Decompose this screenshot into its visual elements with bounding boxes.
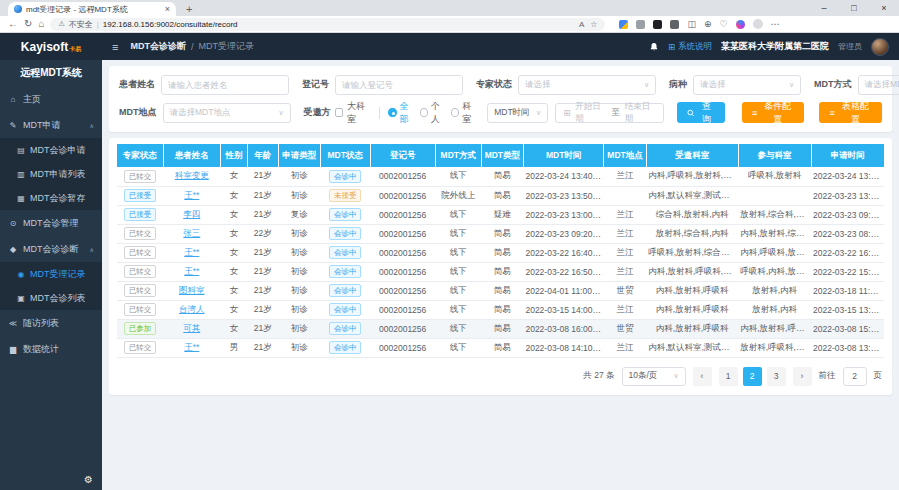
sidebar-item-mdt-consult-list[interactable]: ▣ MDT会诊列表 — [0, 286, 102, 310]
cell-age: 21岁 — [247, 262, 278, 281]
cell-expert-status: 已接受 — [117, 205, 163, 224]
goto-page-input[interactable] — [843, 367, 867, 386]
sidebar-item-stats[interactable]: ▆ 数据统计 — [0, 336, 102, 362]
cell-apply-time: 2022-03-23 08:49:53 — [811, 224, 884, 243]
sidebar-item-mdt-apply[interactable]: ✎ MDT申请 ∧ — [0, 112, 102, 138]
table-config-button[interactable]: ≡ 表格配置 — [819, 102, 882, 123]
patient-name-link[interactable]: 科室变更 — [175, 170, 209, 180]
restore-button[interactable]: □ — [839, 0, 869, 16]
radio-dept[interactable]: 科室 — [451, 100, 478, 126]
radio-personal[interactable]: 个人 — [420, 100, 447, 126]
page-button-3[interactable]: 3 — [767, 367, 786, 386]
mdt-mode-select[interactable]: 请选择MDT方式 ∨ — [858, 75, 899, 95]
patient-name-link[interactable]: 李四 — [183, 209, 200, 219]
cell-mdt-mode: 线下 — [435, 281, 481, 300]
security-label: 不安全 — [69, 19, 93, 30]
expert-status-tag: 已转交 — [124, 303, 157, 317]
cell-patient-name: 张三 — [163, 224, 221, 243]
mdt-location-select[interactable]: 请选择MDT地点 ∨ — [163, 103, 291, 123]
records-table: 专家状态患者姓名性别年龄申请类型MDT状态登记号MDT方式MDT类型MDT时间M… — [117, 144, 884, 358]
patient-name-input[interactable] — [161, 75, 289, 95]
sidebar-item-mdt-diagnose[interactable]: ◆ MDT会诊诊断 ∧ — [0, 236, 102, 262]
cell-gender: 女 — [221, 319, 248, 338]
minimize-button[interactable]: – — [809, 0, 839, 16]
disease-select[interactable]: 请选择 ∨ — [693, 75, 801, 95]
patient-name-link[interactable]: 王** — [184, 266, 199, 276]
search-button[interactable]: 查询 — [677, 102, 725, 123]
next-page-button[interactable]: › — [793, 367, 812, 386]
patient-name-link[interactable]: 张三 — [183, 228, 200, 238]
expert-status-select[interactable]: 请选择 ∨ — [518, 75, 656, 95]
patient-name-link[interactable]: 图科室 — [179, 285, 205, 295]
extension-icon-1[interactable] — [619, 20, 628, 29]
user-avatar[interactable] — [871, 38, 889, 56]
back-icon[interactable]: ← — [8, 19, 18, 29]
sidebar-collapse-icon[interactable]: ≡ — [112, 41, 118, 53]
sidebar-item-mdt-consult-apply[interactable]: ▤ MDT会诊申请 — [0, 138, 102, 162]
menu-icon[interactable]: ⋯ — [771, 19, 780, 29]
condition-config-button[interactable]: ≡ 条件配置 — [742, 102, 805, 123]
cell-mdt-status: 会诊中 — [320, 281, 370, 300]
column-header: 受邀科室 — [646, 144, 738, 167]
read-aloud-icon[interactable]: A — [579, 20, 584, 29]
cell-mdt-time: 2022-03-22 16:50:00 — [523, 262, 604, 281]
new-tab-button[interactable]: + — [186, 2, 192, 16]
cell-invited-depts: 内科,放射科,呼吸科 — [646, 300, 738, 319]
cell-mdt-time: 2022-03-22 16:40:00 — [523, 243, 604, 262]
refresh-icon[interactable]: ↻ — [24, 19, 32, 29]
cell-gender: 女 — [221, 262, 248, 281]
cell-invited-depts: 综合科,放射科,内科 — [646, 205, 738, 224]
sidebar-item-home[interactable]: ⌂ 主页 — [0, 86, 102, 112]
prev-page-button[interactable]: ‹ — [693, 367, 712, 386]
cell-mdt-mode: 线下 — [435, 262, 481, 281]
table-row: 已接受 李四 女 21岁 复诊 会诊中 0002001256 线下 疑难 202… — [117, 205, 884, 224]
system-help-link[interactable]: ⊞ 系统说明 — [668, 41, 712, 53]
browser-essentials-icon[interactable]: ♡ — [720, 19, 728, 29]
address-bar[interactable]: ⚠ 不安全 | 192.168.0.156:9002/consultate/re… — [50, 18, 605, 31]
extension-icon-3[interactable] — [653, 20, 662, 29]
sidebar-item-mdt-manage[interactable]: ⊙ MDT会诊管理 — [0, 210, 102, 236]
date-range-picker[interactable]: ⊞ 开始日期 至 结束日期 — [555, 103, 664, 123]
extension-icon-2[interactable] — [636, 20, 645, 29]
cell-patient-name: 可其 — [163, 319, 221, 338]
close-button[interactable]: × — [869, 0, 899, 16]
extension-icon-4[interactable] — [670, 20, 679, 29]
column-header: MDT状态 — [320, 144, 370, 167]
sliders-icon: ≡ — [752, 108, 757, 118]
tab-close-icon[interactable]: × — [165, 4, 170, 14]
patient-name-link[interactable]: 王** — [184, 342, 199, 352]
favorite-star-icon[interactable]: ☆ — [590, 20, 597, 29]
goto-label: 前往 — [819, 370, 836, 382]
register-no-input[interactable] — [335, 75, 463, 95]
submenu: ▤ MDT会诊申请 ▥ MDT申请列表 ▦ MDT会诊暂存 — [0, 138, 102, 210]
mdt-status-tag: 会诊中 — [329, 265, 362, 279]
time-type-select[interactable]: MDT时间 ∨ — [487, 103, 548, 123]
cell-mdt-time: 2022-03-08 16:00:00 — [523, 319, 604, 338]
patient-name-link[interactable]: 王** — [184, 247, 199, 257]
cell-age: 21岁 — [247, 205, 278, 224]
home-icon[interactable]: ⌂ — [38, 19, 44, 29]
profile-avatar-icon[interactable] — [753, 19, 763, 29]
split-screen-icon[interactable]: ◫ — [687, 19, 696, 29]
copilot-icon[interactable] — [736, 20, 745, 29]
big-dept-checkbox[interactable] — [335, 108, 343, 117]
page-size-select[interactable]: 10条/页 ∨ — [622, 367, 686, 386]
sidebar-item-followup[interactable]: ≪ 随访列表 — [0, 310, 102, 336]
page-button-2[interactable]: 2 — [743, 367, 762, 386]
page-button-1[interactable]: 1 — [719, 367, 738, 386]
gear-icon[interactable]: ⚙ — [84, 474, 93, 485]
collections-icon[interactable]: ⊕ — [704, 19, 712, 29]
patient-name-link[interactable]: 王** — [184, 190, 199, 200]
sidebar-item-mdt-consult-draft[interactable]: ▦ MDT会诊暂存 — [0, 186, 102, 210]
expert-status-tag: 已接受 — [124, 189, 157, 203]
bell-icon[interactable] — [649, 42, 659, 52]
browser-tab[interactable]: mdt受理记录 - 远程MDT系统 × — [8, 2, 176, 16]
patient-name-link[interactable]: 台湾人 — [179, 304, 205, 314]
patient-name-link[interactable]: 可其 — [183, 323, 200, 333]
cell-participant-depts: 呼吸科,内科,放射科,影像科 — [738, 262, 811, 281]
cell-mdt-mode: 线下 — [435, 243, 481, 262]
sidebar-item-mdt-apply-list[interactable]: ▥ MDT申请列表 — [0, 162, 102, 186]
sidebar-item-mdt-record[interactable]: ◉ MDT受理记录 — [0, 262, 102, 286]
cell-location: 世贸 — [604, 319, 646, 338]
radio-all[interactable]: 全部 — [388, 100, 415, 126]
